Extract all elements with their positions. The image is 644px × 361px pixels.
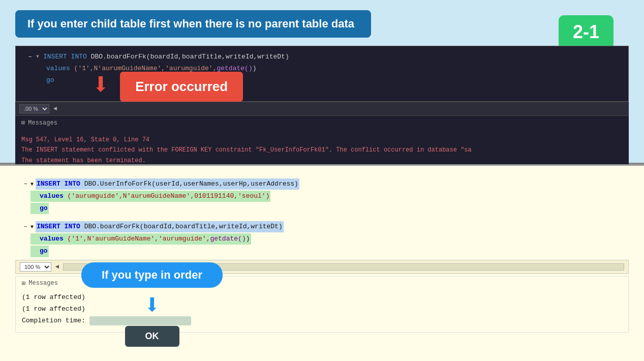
gutter-b5 (15, 234, 30, 244)
code-content-1: INSERT INTO DBO.boardForFk(boardId,board… (41, 52, 289, 63)
code-editor-bottom: – ▼ INSERT INTO DBO.UserInfoForFk(userId… (15, 176, 629, 260)
blue-arrow-icon: ⬇ (143, 293, 160, 321)
messages-label-bottom: Messages (28, 280, 58, 287)
values-b2: ('1',N'aurumGuideName','aurumguide', (68, 235, 210, 243)
code-content-b6: go (30, 246, 49, 257)
code-line-b1: – ▼ INSERT INTO DBO.UserInfoForFk(userId… (15, 178, 629, 190)
kw-go-b1: go (40, 204, 48, 212)
section-title: If you enter child table first when ther… (15, 10, 371, 38)
code-line-b6: go (15, 245, 629, 257)
kw-values-b1: values (40, 192, 68, 200)
top-section: If you enter child table first when ther… (0, 0, 644, 163)
collapse-icon-1: ▼ (36, 53, 39, 61)
close-paren-b2: ) (246, 235, 250, 243)
error-msg-2: The INSERT statement conflicted with the… (21, 145, 623, 155)
collapse-icon-b1: ▼ (30, 180, 34, 189)
close-paren-1: ) (253, 65, 257, 72)
code-line-b2: values ('aurumguide',N'aurumGuideName',0… (15, 190, 629, 202)
scroll-arrow-bottom[interactable]: ◄ (55, 263, 59, 270)
func-getdate-b2: getdate() (210, 235, 246, 243)
info-overlay: If you type in order ⬇ OK (81, 262, 223, 347)
code-content-b5: values ('1',N'aurumGuideName','aurumguid… (30, 233, 251, 245)
gutter-1: – (16, 52, 36, 63)
table-b1: DBO.UserInfoForFk(userId,userNames,userH… (84, 180, 298, 188)
bottom-section: – ▼ INSERT INTO DBO.UserInfoForFk(userId… (0, 164, 644, 361)
scroll-arrow-top[interactable]: ◄ (53, 105, 57, 112)
kw-values-b2: values (40, 235, 68, 243)
code-line-b3: go (15, 202, 629, 215)
keyword-insert-1: INSERT INTO (43, 53, 91, 61)
code-line-b5: values ('1',N'aurumGuideName','aurumguid… (15, 233, 629, 245)
toolbar-top: .00 % ◄ (15, 102, 629, 115)
keyword-values-1: values (46, 65, 74, 72)
messages-icon-top: ⊞ (21, 119, 25, 127)
gutter-3 (16, 75, 36, 86)
section-badge: 2-1 (559, 15, 614, 49)
zoom-select-bottom[interactable]: 100 % (20, 262, 51, 272)
code-content-3: go (36, 75, 54, 86)
code-content-b2: values ('aurumguide',N'aurumGuideName',0… (30, 191, 270, 202)
gutter-b1: – (15, 179, 30, 189)
info-box: If you type in order (81, 262, 223, 288)
messages-panel-top: ⊞ Messages (15, 115, 629, 132)
completion-label: Completion time: (22, 315, 85, 326)
values-b1: ('aurumguide',N'aurumGuideName',01011911… (68, 192, 270, 200)
code-content-b3: go (30, 203, 49, 214)
ok-button[interactable]: OK (125, 326, 179, 347)
code-content-b4: INSERT INTO DBO.boardForFk(boardId,board… (36, 221, 284, 232)
gutter-b3 (15, 203, 30, 214)
messages-icon-bottom: ⊞ (22, 280, 25, 287)
gutter-b2 (15, 191, 30, 201)
kw-insert-b1: INSERT INTO (37, 180, 84, 188)
keyword-go-1: go (46, 76, 54, 84)
code-content-b1: INSERT INTO DBO.UserInfoForFk(userId,use… (36, 178, 299, 190)
gutter-b4: – (15, 222, 30, 232)
kw-go-b2: go (40, 247, 48, 255)
code-line-1: – ▼ INSERT INTO DBO.boardForFk(boardId,b… (16, 51, 628, 63)
table-b2: DBO.boardForFk(boardId,boardTitle,writeI… (84, 223, 283, 230)
error-msg-1: Msg 547, Level 16, State 0, Line 74 (21, 135, 623, 145)
table-name-1: DBO.boardForFk(boardId,boardTitle,writeI… (91, 53, 289, 61)
code-line-b4: – ▼ INSERT INTO DBO.boardForFk(boardId,b… (15, 221, 629, 233)
gutter-2 (16, 64, 36, 74)
messages-label-top: Messages (28, 119, 57, 127)
messages-header-top: ⊞ Messages (21, 119, 623, 129)
red-arrow-icon: ⬇ (91, 71, 110, 102)
error-overlay: ⬇ Error occurred (91, 71, 243, 102)
collapse-icon-b2: ▼ (30, 223, 34, 231)
zoom-select-top[interactable]: .00 % (19, 104, 49, 113)
error-box: Error occurred (120, 72, 243, 102)
gutter-b6 (15, 246, 30, 256)
kw-insert-b2: INSERT INTO (37, 223, 84, 230)
